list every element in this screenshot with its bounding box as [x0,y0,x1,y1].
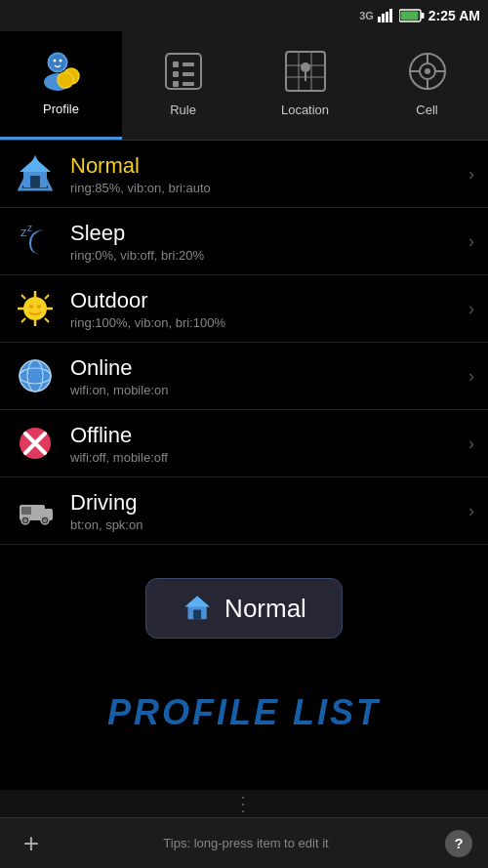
profile-detail-online: wifi:on, mobile:on [70,383,468,397]
svg-rect-2 [386,12,388,22]
svg-rect-20 [183,82,194,86]
tab-location[interactable]: Location [244,31,366,140]
svg-rect-0 [378,17,381,22]
svg-point-13 [59,59,61,62]
profile-name-sleep: Sleep [70,221,468,246]
location-tab-icon [280,46,331,97]
profile-name-online: Online [70,355,468,381]
status-time: 2:25 AM [428,8,480,23]
profile-name-normal: Normal [70,153,468,179]
svg-rect-1 [382,14,385,22]
svg-rect-15 [173,62,179,67]
nav-dots: ⋮ [0,790,488,817]
svg-line-46 [45,318,49,322]
profile-text-offline: Offline wifi:off, mobile:off [70,423,468,465]
tab-location-label: Location [281,103,329,117]
watermark-text: PROFILE LIST [0,692,488,733]
svg-point-26 [301,62,310,72]
svg-marker-36 [20,158,51,172]
profile-item-outdoor[interactable]: Outdoor ring:100%, vib:on, bri:100% › [0,275,488,343]
profile-detail-sleep: ring:0%, vib:off, bri:20% [70,248,468,263]
svg-point-11 [50,55,65,70]
svg-point-12 [53,59,56,62]
svg-text:z: z [27,223,32,233]
svg-rect-67 [193,610,201,620]
bottom-bar: + Tips: long-press item to edit it ? [0,817,488,868]
tab-rule[interactable]: Rule [122,31,244,140]
svg-point-63 [23,518,27,522]
arrow-normal: › [468,164,474,185]
profile-text-driving: Driving bt:on, spk:on [70,490,468,532]
profile-icon-outdoor [14,287,57,330]
profile-icon-online [14,354,57,397]
svg-line-45 [21,295,25,299]
popup-home-icon [182,593,213,624]
profile-detail-normal: ring:85%, vib:on, bri:auto [70,181,468,195]
tab-cell[interactable]: Cell [366,31,488,140]
svg-point-29 [425,68,430,74]
svg-point-49 [29,305,33,309]
svg-rect-60 [21,507,31,515]
profile-icon-normal [14,152,57,195]
rule-tab-icon [158,46,209,97]
profile-item-normal[interactable]: Normal ring:85%, vib:on, bri:auto › [0,141,488,208]
svg-marker-66 [184,596,210,606]
profile-tab-icon [36,45,87,96]
cell-tab-icon [402,46,453,97]
profile-name-driving: Driving [70,490,468,516]
tab-profile[interactable]: Profile [0,31,122,140]
profile-icon-driving [14,489,57,532]
svg-rect-16 [173,71,179,77]
profile-icon-sleep: z z [14,220,57,263]
svg-point-64 [43,518,47,522]
profile-item-sleep[interactable]: z z Sleep ring:0%, vib:off, bri:20% › [0,208,488,275]
arrow-offline: › [468,434,474,454]
svg-line-47 [45,295,49,299]
help-button[interactable]: ? [445,830,472,857]
signal-icon [378,9,395,22]
svg-point-40 [23,297,47,320]
profile-detail-outdoor: ring:100%, vib:on, bri:100% [70,315,468,330]
arrow-driving: › [468,501,474,521]
profile-detail-offline: wifi:off, mobile:off [70,450,468,465]
add-button[interactable]: + [16,828,47,859]
profile-name-outdoor: Outdoor [70,288,468,313]
svg-rect-19 [183,72,194,76]
svg-point-50 [37,305,41,309]
svg-point-10 [58,72,73,88]
tab-profile-label: Profile [43,102,79,116]
status-bar: 3G 2:25 AM [0,0,488,31]
svg-text:z: z [20,225,27,239]
network-type: 3G [359,10,374,21]
tab-bar: Profile Rule [0,31,488,141]
arrow-outdoor: › [468,299,474,319]
svg-rect-5 [421,13,424,19]
tip-text: Tips: long-press item to edit it [47,836,445,850]
profile-icon-offline [14,422,57,465]
svg-rect-17 [173,81,179,87]
svg-rect-3 [389,9,392,22]
svg-rect-18 [183,62,194,66]
profile-text-online: Online wifi:on, mobile:on [70,355,468,397]
svg-rect-6 [400,12,418,21]
tab-cell-label: Cell [416,103,437,117]
content-area: Normal ring:85%, vib:on, bri:auto › z z … [0,141,488,790]
profile-detail-driving: bt:on, spk:on [70,517,468,532]
profile-text-sleep: Sleep ring:0%, vib:off, bri:20% [70,221,468,263]
profile-text-outdoor: Outdoor ring:100%, vib:on, bri:100% [70,288,468,330]
svg-line-48 [21,318,25,322]
nav-dots-icon: ⋮ [233,792,255,815]
profile-name-offline: Offline [70,423,468,448]
profile-text-normal: Normal ring:85%, vib:on, bri:auto [70,153,468,195]
arrow-online: › [468,366,474,387]
active-profile-popup[interactable]: Normal [145,578,343,639]
profile-item-offline[interactable]: Offline wifi:off, mobile:off › [0,410,488,477]
profile-item-driving[interactable]: Driving bt:on, spk:on › [0,477,488,545]
svg-rect-37 [30,176,40,187]
profile-item-online[interactable]: Online wifi:on, mobile:on › [0,343,488,410]
battery-icon [399,9,425,22]
arrow-sleep: › [468,231,474,252]
popup-profile-name: Normal [224,594,306,624]
tab-rule-label: Rule [170,103,196,117]
